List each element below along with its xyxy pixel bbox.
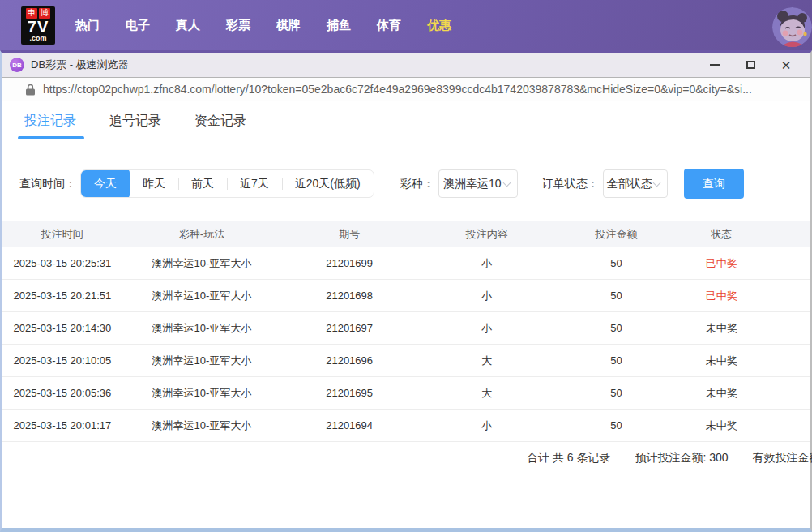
nav-item[interactable]: 彩票: [225, 18, 251, 33]
table-row: 2025-03-15 20:21:51 澳洲幸运10-亚军大小 21201698…: [2, 280, 810, 312]
site-logo[interactable]: 申 博 7V .com: [21, 6, 55, 45]
time-filter-label: 查询时间：: [19, 177, 76, 191]
table-row: 2025-03-15 20:05:36 澳洲幸运10-亚军大小 21201695…: [2, 377, 810, 410]
record-tabs: 投注记录追号记录资金记录: [2, 101, 810, 139]
summary-valid-amount: 有效投注金额: 300: [753, 451, 812, 466]
window-controls: ✕: [697, 54, 804, 76]
tab[interactable]: 投注记录: [24, 113, 76, 139]
nav-item[interactable]: 热门: [75, 18, 100, 33]
lottery-select-value: 澳洲幸运10: [443, 177, 502, 191]
url-bar[interactable]: https://ctop02pchwp1.zfnc84.com/lottery/…: [2, 77, 810, 101]
time-filter-option[interactable]: 前天: [178, 169, 227, 198]
summary-expected-amount: 预计投注金额: 300: [635, 451, 728, 466]
nav-item[interactable]: 优惠: [426, 18, 452, 33]
time-filter-group: 今天昨天前天近7天近20天(低频): [80, 169, 374, 198]
status-badge: 未中奖: [677, 386, 766, 401]
avatar-illustration: [772, 7, 812, 47]
logo-main-text: 7V: [28, 19, 49, 35]
maximize-button[interactable]: [733, 54, 768, 76]
status-badge: 未中奖: [677, 321, 766, 336]
nav-item[interactable]: 棋牌: [276, 18, 301, 33]
tab[interactable]: 资金记录: [194, 113, 246, 139]
user-avatar[interactable]: [772, 7, 812, 47]
nav-item[interactable]: 电子: [125, 18, 151, 33]
minimize-icon: [710, 64, 720, 66]
chevron-down-icon: [502, 179, 511, 187]
col-header-game: 彩种-玩法: [123, 227, 281, 242]
logo-suffix-text: .com: [29, 35, 46, 42]
close-button[interactable]: ✕: [768, 54, 804, 76]
time-filter-option[interactable]: 近7天: [227, 169, 282, 198]
status-badge: 已中奖: [677, 289, 766, 303]
status-badge: 未中奖: [677, 354, 766, 368]
col-header-time: 投注时间: [2, 227, 123, 242]
table-row: 2025-03-15 20:10:05 澳洲幸运10-亚军大小 21201696…: [2, 345, 810, 377]
time-filter-option[interactable]: 近20天(低频): [282, 169, 374, 198]
nav-item[interactable]: 捕鱼: [326, 18, 352, 33]
nav-item[interactable]: 真人: [175, 18, 201, 33]
chevron-down-icon: [652, 179, 660, 187]
table-row: 2025-03-15 20:01:17 澳洲幸运10-亚军大小 21201694…: [2, 410, 810, 442]
tab[interactable]: 追号记录: [109, 113, 161, 139]
status-badge: 未中奖: [677, 418, 766, 433]
site-nav-menu: 热门电子真人彩票棋牌捕鱼体育优惠: [75, 18, 452, 33]
time-filter-option[interactable]: 昨天: [130, 169, 178, 198]
col-header-amount: 投注金额: [556, 227, 677, 242]
lottery-select[interactable]: 澳洲幸运10: [438, 169, 518, 198]
logo-badge-bo: 博: [39, 8, 50, 19]
table-summary: 合计 共 6 条记录 预计投注金额: 300 有效投注金额: 300: [2, 442, 810, 474]
col-header-status: 状态: [677, 227, 766, 242]
time-filter-option[interactable]: 今天: [81, 169, 130, 198]
nav-item[interactable]: 体育: [376, 18, 402, 33]
table-row: 2025-03-15 20:25:31 澳洲幸运10-亚军大小 21201699…: [2, 247, 810, 280]
url-text[interactable]: https://ctop02pchwp1.zfnc84.com/lottery/…: [43, 83, 752, 96]
window-titlebar[interactable]: DB DB彩票 - 极速浏览器 ✕: [2, 53, 810, 77]
search-button[interactable]: 查询: [684, 169, 744, 199]
bet-records-table: 投注时间 彩种-玩法 期号 投注内容 投注金额 状态 2025-03-15 20…: [2, 221, 810, 474]
table-row: 2025-03-15 20:14:30 澳洲幸运10-亚军大小 21201697…: [2, 312, 810, 345]
summary-total-records: 合计 共 6 条记录: [527, 451, 610, 466]
page-content: 投注记录追号记录资金记录 查询时间： 今天昨天前天近7天近20天(低频) 彩种：…: [2, 101, 810, 474]
order-status-value: 全部状态: [607, 177, 652, 191]
col-header-content: 投注内容: [418, 227, 556, 242]
lottery-filter-label: 彩种：: [400, 177, 434, 191]
site-nav: 申 博 7V .com 热门电子真人彩票棋牌捕鱼体育优惠: [0, 0, 812, 50]
logo-badges: 申 博: [26, 8, 50, 19]
window-title: DB彩票 - 极速浏览器: [31, 58, 129, 72]
order-status-label: 订单状态：: [542, 177, 599, 191]
order-status-select[interactable]: 全部状态: [603, 169, 668, 198]
maximize-icon: [746, 61, 755, 69]
minimize-button[interactable]: [697, 54, 733, 76]
window-app-icon: DB: [10, 58, 24, 72]
logo-badge-shen: 申: [26, 8, 37, 19]
lock-icon[interactable]: [26, 84, 35, 96]
col-header-issue: 期号: [280, 227, 418, 242]
filter-bar: 查询时间： 今天昨天前天近7天近20天(低频) 彩种： 澳洲幸运10 订单状态：…: [2, 169, 810, 199]
table-header-row: 投注时间 彩种-玩法 期号 投注内容 投注金额 状态: [2, 221, 810, 247]
browser-window: DB DB彩票 - 极速浏览器 ✕ https://ctop02pchwp1.z…: [0, 50, 812, 532]
close-icon: ✕: [781, 59, 792, 71]
status-badge: 已中奖: [677, 256, 766, 271]
